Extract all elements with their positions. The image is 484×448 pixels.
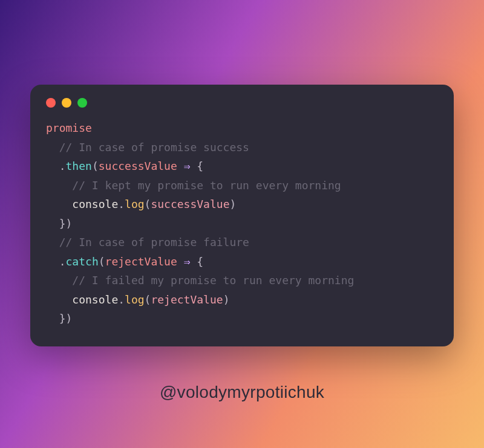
code-token: log [125,293,145,306]
code-block: promise // In case of promise success .t… [46,118,438,328]
code-comment: // I kept my promise to run every mornin… [72,179,341,192]
maximize-icon [77,98,87,108]
code-token: successValue [99,160,177,172]
code-token: rejectValue [151,293,223,306]
close-icon [46,98,56,108]
code-token: successValue [151,198,229,210]
code-comment: // In case of promise failure [59,236,249,248]
traffic-lights [46,98,438,108]
code-token: ( [145,198,151,210]
code-token: }) [59,217,73,230]
code-token: then [66,160,92,172]
minimize-icon [62,98,71,108]
code-token: { [197,255,203,268]
code-token: }) [59,312,73,325]
code-comment: // In case of promise success [59,141,249,154]
code-token: ( [145,293,151,306]
code-token: promise [46,122,92,134]
code-token: ) [223,293,230,306]
code-comment: // I failed my promise to run every morn… [72,274,354,287]
code-token: console [72,293,118,306]
code-token: ( [92,160,99,172]
code-token: { [197,160,203,172]
code-token: ( [99,255,105,268]
code-token: console [72,198,118,210]
code-token: . [118,293,125,306]
code-token: . [59,160,66,172]
author-handle: @volodymyrpotiichuk [160,383,324,402]
code-token: catch [66,255,99,268]
code-token: log [125,198,145,210]
code-token: rejectValue [105,255,177,268]
arrow-icon: ⇒ [184,160,191,172]
code-window: promise // In case of promise success .t… [30,85,454,346]
code-token: ) [229,198,236,210]
arrow-icon: ⇒ [184,255,191,268]
code-token: . [118,198,125,210]
code-token: . [59,255,66,268]
